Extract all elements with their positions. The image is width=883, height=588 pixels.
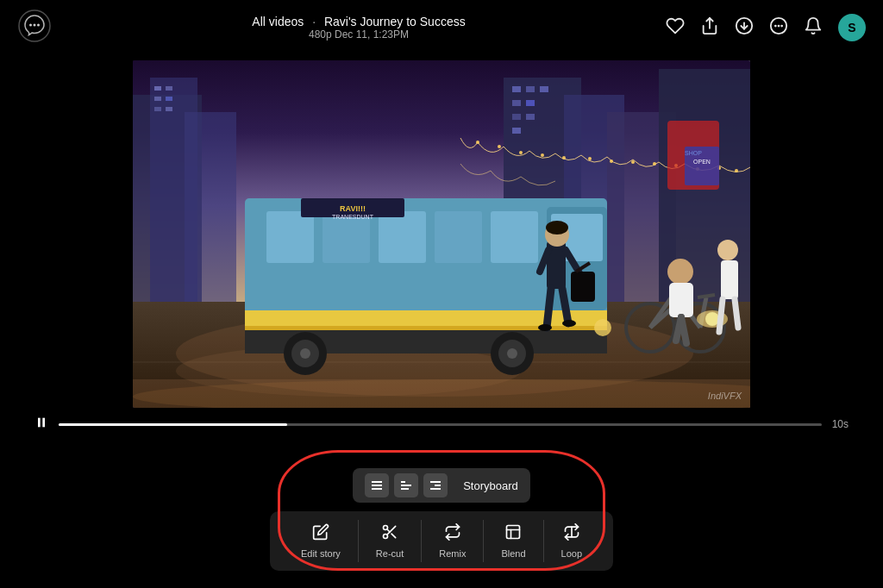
watermark: IndiVFX (708, 391, 742, 401)
remix-button[interactable]: Remix (422, 520, 484, 562)
svg-rect-111 (401, 485, 411, 486)
storyboard-icon-2[interactable] (394, 473, 418, 497)
progress-fill (59, 423, 287, 426)
svg-point-2 (34, 24, 36, 27)
svg-point-70 (507, 348, 517, 359)
notification-icon[interactable] (804, 16, 823, 40)
svg-text:OPEN: OPEN (693, 159, 711, 165)
time-label: 10s (832, 418, 849, 430)
pause-button[interactable] (34, 416, 48, 433)
edit-story-icon (312, 523, 329, 545)
svg-point-39 (610, 160, 613, 163)
svg-point-35 (519, 151, 523, 154)
video-title: Ravi's Journey to Success (324, 15, 466, 28)
svg-point-34 (498, 145, 501, 148)
svg-rect-20 (166, 107, 172, 111)
svg-rect-80 (571, 272, 595, 302)
svg-rect-18 (166, 97, 172, 101)
svg-rect-29 (526, 100, 535, 106)
progress-area: 10s (0, 416, 883, 433)
svg-point-37 (562, 156, 566, 160)
svg-point-77 (562, 320, 576, 327)
edit-story-label: Edit story (301, 548, 341, 559)
recut-icon (381, 523, 398, 545)
heart-icon[interactable] (666, 16, 685, 40)
svg-line-98 (735, 299, 738, 328)
svg-rect-28 (512, 100, 521, 106)
svg-point-89 (667, 259, 693, 285)
svg-point-45 (735, 169, 738, 172)
svg-text:TRANESDUNT: TRANESDUNT (332, 214, 374, 220)
loop-button[interactable]: Loop (544, 520, 599, 562)
remix-label: Remix (439, 548, 466, 559)
svg-line-74 (547, 289, 551, 328)
svg-rect-51 (245, 310, 607, 326)
svg-rect-16 (166, 86, 172, 91)
svg-point-73 (546, 221, 568, 235)
header: All videos · Ravi's Journey to Success 4… (0, 0, 883, 55)
bottom-toolbar: Storyboard Edit story (0, 437, 883, 588)
svg-point-95 (717, 240, 738, 260)
storyboard-icon-3[interactable] (423, 473, 448, 497)
svg-rect-101 (685, 147, 719, 185)
svg-rect-96 (721, 260, 738, 299)
svg-rect-31 (526, 114, 535, 120)
svg-point-61 (594, 319, 611, 336)
svg-rect-57 (435, 211, 482, 263)
svg-rect-26 (526, 86, 535, 92)
svg-rect-121 (507, 526, 520, 539)
svg-text:RAVI!!!: RAVI!!! (340, 204, 366, 213)
video-scene: RAVI!!! TRANESDUNT (133, 60, 750, 408)
storyboard-icon-1[interactable] (365, 473, 389, 497)
svg-point-38 (588, 157, 592, 160)
svg-rect-58 (491, 211, 538, 263)
header-subtitle: 480p Dec 11, 1:23PM (52, 28, 666, 41)
breadcrumb-text: All videos (252, 15, 304, 28)
svg-rect-56 (379, 211, 426, 263)
svg-rect-27 (540, 86, 548, 92)
svg-line-97 (719, 299, 723, 332)
svg-rect-25 (512, 86, 521, 92)
edit-story-button[interactable]: Edit story (284, 520, 359, 562)
more-icon[interactable] (769, 16, 788, 40)
svg-rect-108 (372, 485, 382, 486)
svg-rect-14 (185, 112, 236, 302)
svg-rect-15 (154, 86, 161, 91)
header-center: All videos · Ravi's Journey to Success 4… (52, 15, 666, 41)
svg-rect-32 (512, 128, 521, 134)
remix-icon (444, 523, 461, 545)
svg-rect-30 (512, 114, 521, 120)
share-icon[interactable] (700, 16, 719, 40)
svg-line-120 (387, 529, 390, 532)
header-actions: S (666, 14, 866, 41)
action-bar: Edit story Re-cut (270, 511, 613, 571)
blend-icon (504, 523, 522, 545)
loop-label: Loop (561, 548, 582, 559)
logo[interactable] (17, 9, 52, 47)
separator: · (312, 15, 316, 28)
storyboard-label: Storyboard (458, 479, 518, 492)
download-icon[interactable] (735, 16, 754, 40)
svg-rect-105 (38, 418, 41, 428)
avatar[interactable]: S (838, 14, 866, 41)
header-title: All videos · Ravi's Journey to Success (52, 15, 666, 28)
svg-rect-114 (435, 485, 441, 486)
svg-rect-52 (245, 326, 607, 330)
svg-point-67 (300, 348, 310, 359)
recut-button[interactable]: Re-cut (359, 520, 422, 562)
progress-bar[interactable] (59, 423, 822, 426)
svg-rect-112 (401, 488, 409, 490)
svg-line-119 (391, 534, 396, 538)
svg-point-3 (37, 24, 40, 27)
svg-point-1 (29, 24, 32, 27)
svg-rect-113 (430, 481, 441, 483)
storyboard-icon-group (365, 473, 448, 497)
loop-icon (563, 523, 580, 545)
svg-rect-19 (154, 107, 161, 111)
svg-point-41 (653, 162, 656, 166)
video-container[interactable]: RAVI!!! TRANESDUNT (133, 60, 750, 408)
svg-point-40 (631, 160, 635, 164)
svg-rect-110 (401, 481, 405, 483)
blend-button[interactable]: Blend (484, 520, 543, 562)
svg-point-33 (476, 141, 479, 144)
